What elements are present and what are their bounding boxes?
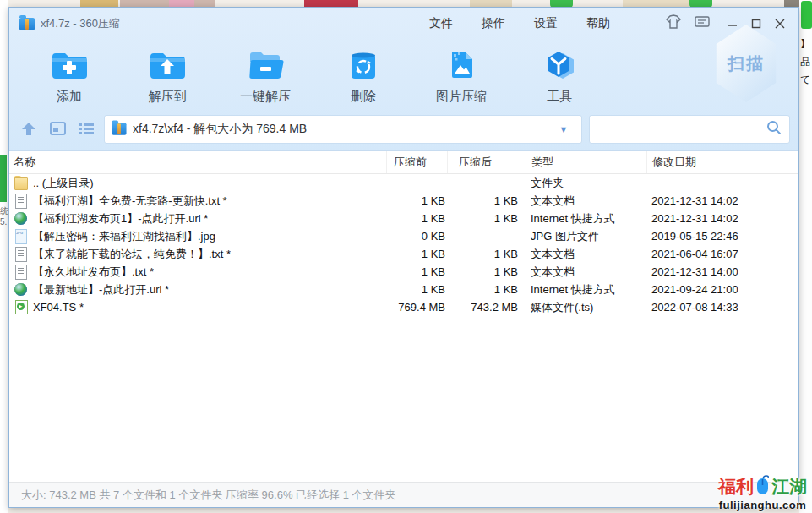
file-date: 2021-06-04 16:07 — [646, 248, 788, 260]
file-size-before: 0 KB — [386, 230, 447, 243]
desktop-edge-text: 】品 て — [800, 35, 812, 89]
status-bar: 大小: 743.2 MB 共 7 个文件和 1 个文件夹 压缩率 96.6% 已… — [9, 482, 798, 507]
file-size-before: 1 KB — [386, 283, 447, 296]
feedback-message-icon[interactable] — [694, 15, 711, 33]
file-size-before: 1 KB — [386, 265, 447, 278]
file-size-before: 1 KB — [386, 248, 447, 260]
desktop-background-right: 】品 て — [799, 0, 812, 513]
file-type: 文本文档 — [520, 194, 646, 209]
header-size-before[interactable]: 压缩前 — [386, 151, 447, 173]
file-date: 2021-12-31 14:02 — [646, 194, 788, 207]
menu-file[interactable]: 文件 — [415, 11, 467, 36]
file-list-header: 名称 压缩前 压缩后 类型 修改日期 — [9, 151, 798, 174]
desktop-fragment — [0, 155, 7, 202]
file-name: XF04.TS * — [33, 301, 84, 314]
tool-label: 工具 — [547, 89, 572, 105]
mouse-icon — [755, 475, 770, 499]
text-file-icon — [14, 194, 28, 208]
list-view-icon[interactable] — [75, 119, 97, 139]
file-type: 文件夹 — [520, 176, 646, 191]
desktop-fragment — [801, 1, 812, 29]
tools-button[interactable]: 工具 — [525, 45, 594, 105]
file-name: 【永久地址发布页】.txt * — [33, 265, 154, 280]
scan-badge-label: 扫描 — [728, 52, 765, 75]
file-row[interactable]: .. (上级目录) 文件夹 — [9, 174, 798, 192]
titlebar-extra-icons — [665, 14, 711, 33]
file-size-before: 1 KB — [386, 212, 447, 225]
desktop-background-left: 统 5. — [0, 0, 8, 513]
image-compress-button[interactable]: 图片压缩 — [427, 45, 496, 105]
tool-label: 添加 — [57, 89, 82, 105]
search-icon[interactable] — [766, 119, 782, 139]
tool-label: 删除 — [351, 89, 376, 105]
file-date: 2022-07-08 14:33 — [646, 301, 788, 314]
file-size-before: 1 KB — [386, 194, 447, 207]
close-button[interactable] — [768, 13, 792, 35]
file-row[interactable]: 【福利江湖发布页1】-点此打开.url * 1 KB 1 KB Internet… — [9, 210, 798, 227]
address-bar[interactable]: xf4.7z\xf4 - 解包大小为 769.4 MB ▼ — [104, 115, 582, 144]
status-text: 大小: 743.2 MB 共 7 个文件和 1 个文件夹 压缩率 96.6% 已… — [21, 488, 396, 503]
search-input[interactable] — [597, 123, 766, 135]
file-name: 【来了就能下载的论坛，纯免费！】.txt * — [33, 247, 231, 262]
image-compress-icon — [442, 48, 481, 85]
address-row: xf4.7z\xf4 - 解包大小为 769.4 MB ▼ — [9, 112, 798, 151]
file-size-before: 769.4 MB — [386, 301, 447, 314]
up-directory-icon[interactable] — [18, 119, 40, 139]
menu-action[interactable]: 操作 — [467, 11, 520, 36]
file-list: .. (上级目录) 文件夹 【福利江湖】全免费-无套路-更新快.txt * 1 … — [9, 174, 798, 482]
title-bar: xf4.7z - 360压缩 文件 操作 设置 帮助 — [9, 8, 798, 40]
file-row[interactable]: 【福利江湖】全免费-无套路-更新快.txt * 1 KB 1 KB 文本文档 2… — [9, 192, 798, 210]
file-row[interactable]: XF04.TS * 769.4 MB 743.2 MB 媒体文件(.ts) 20… — [9, 298, 798, 316]
watermark-domain: fulijianghu.com — [718, 499, 807, 511]
delete-button[interactable]: 删除 — [329, 45, 398, 105]
tools-cube-icon — [540, 48, 579, 85]
toolbar: 添加 解压到 — [9, 40, 798, 112]
address-dropdown-icon[interactable]: ▼ — [553, 124, 575, 134]
window-chrome: xf4.7z - 360压缩 文件 操作 设置 帮助 — [9, 8, 798, 151]
file-date: 2021-12-31 14:00 — [646, 265, 788, 278]
header-size-after[interactable]: 压缩后 — [447, 151, 520, 173]
file-name: 【福利江湖】全免费-无套路-更新快.txt * — [33, 194, 227, 209]
add-button[interactable]: 添加 — [35, 45, 104, 105]
text-file-icon — [14, 247, 28, 261]
skin-theme-icon[interactable] — [665, 14, 682, 33]
header-spacer — [788, 151, 798, 173]
tool-label: 图片压缩 — [436, 89, 487, 105]
file-row[interactable]: 【来了就能下载的论坛，纯免费！】.txt * 1 KB 1 KB 文本文档 20… — [9, 245, 798, 263]
header-type[interactable]: 类型 — [520, 151, 646, 173]
file-type: 媒体文件(.ts) — [520, 300, 646, 315]
file-date: 2021-12-31 14:02 — [646, 212, 788, 225]
delete-trash-icon — [344, 48, 383, 85]
search-box[interactable] — [589, 115, 790, 144]
file-row[interactable]: 【最新地址】-点此打开.url * 1 KB 1 KB Internet 快捷方… — [9, 281, 798, 298]
globe-file-icon — [14, 211, 28, 226]
app-window: xf4.7z - 360压缩 文件 操作 设置 帮助 — [8, 7, 799, 508]
address-path: xf4.7z\xf4 - 解包大小为 769.4 MB — [133, 122, 547, 137]
menu-settings[interactable]: 设置 — [520, 11, 572, 36]
jpg-file-icon — [14, 229, 28, 243]
text-file-icon — [14, 265, 28, 279]
file-row[interactable]: 【永久地址发布页】.txt * 1 KB 1 KB 文本文档 2021-12-3… — [9, 263, 798, 281]
file-type: Internet 快捷方式 — [520, 282, 646, 297]
folder-file-icon — [14, 176, 28, 190]
file-type: Internet 快捷方式 — [520, 211, 646, 226]
thumbnail-view-icon[interactable] — [46, 119, 68, 139]
one-click-extract-button[interactable]: 一键解压 — [231, 45, 300, 105]
file-size-after: 1 KB — [447, 248, 520, 260]
desktop-edge-text: 统 5. — [0, 205, 8, 226]
file-date: 2019-05-15 22:46 — [646, 230, 788, 243]
extract-to-button[interactable]: 解压到 — [133, 45, 202, 105]
file-row[interactable]: 【解压密码：来福利江湖找福利】.jpg 0 KB JPG 图片文件 2019-0… — [9, 227, 798, 245]
window-title: xf4.7z - 360压缩 — [41, 16, 120, 31]
archive-file-icon — [112, 123, 126, 134]
archive-app-icon — [19, 18, 35, 30]
file-name: .. (上级目录) — [33, 176, 94, 191]
file-type: 文本文档 — [520, 247, 646, 262]
menu-help[interactable]: 帮助 — [572, 11, 624, 36]
file-type: 文本文档 — [520, 265, 646, 280]
file-size-after: 743.2 MB — [447, 301, 520, 314]
file-name: 【最新地址】-点此打开.url * — [33, 282, 169, 297]
header-date[interactable]: 修改日期 — [646, 151, 788, 173]
header-name[interactable]: 名称 — [9, 151, 386, 173]
watermark-text-left: 福利 — [718, 475, 754, 499]
